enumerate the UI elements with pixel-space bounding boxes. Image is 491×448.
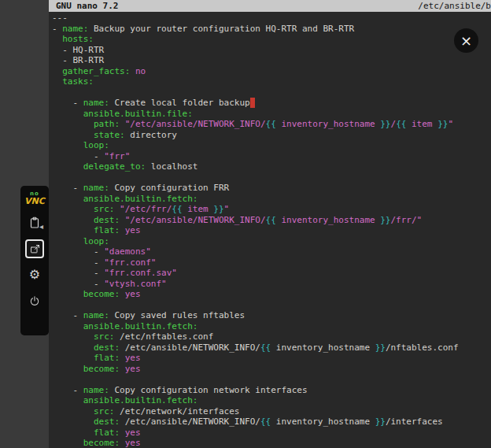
editor-line: tasks: bbox=[52, 76, 491, 87]
editor-line: - name: Backup your router configuration… bbox=[52, 24, 491, 35]
editor-line: dest: "/etc/ansible/NETWORK_INFO/{{ inve… bbox=[52, 215, 491, 226]
editor-line: delegate_to: localhost bbox=[52, 161, 491, 172]
editor-line: dest: /etc/ansible/NETWORK_INFO/{{ inven… bbox=[52, 342, 491, 354]
editor-line: become: yes bbox=[52, 364, 491, 375]
novnc-logo: no VNC bbox=[24, 191, 45, 205]
editor-line: flat: yes bbox=[52, 353, 491, 364]
editor-line: - name: Copy saved rules nftables bbox=[52, 310, 491, 321]
nano-editor[interactable]: ---- name: Backup your router configurat… bbox=[49, 12, 491, 448]
editor-line: - "frr.conf.sav" bbox=[52, 268, 491, 279]
vnc-control-bar: no VNC ⚙ bbox=[20, 186, 49, 335]
close-icon: × bbox=[460, 34, 472, 48]
editor-line: become: yes bbox=[52, 438, 491, 448]
editor-line: gather_facts: no bbox=[52, 66, 491, 77]
gear-icon: ⚙ bbox=[29, 268, 40, 281]
editor-line: - "frr.conf" bbox=[52, 257, 491, 268]
editor-line bbox=[52, 87, 491, 98]
editor-line: path: "/etc/ansible/NETWORK_INFO/{{ inve… bbox=[52, 119, 491, 130]
editor-line: dest: /etc/ansible/NETWORK_INFO/{{ inven… bbox=[52, 417, 491, 428]
novnc-logo-text: VNC bbox=[24, 197, 45, 205]
editor-line: flat: yes bbox=[52, 225, 491, 236]
vnc-side-area: no VNC ⚙ bbox=[0, 0, 49, 448]
vnc-screen: no VNC ⚙ bbox=[0, 0, 491, 448]
editor-line: ansible.builtin.file: bbox=[52, 109, 491, 120]
editor-line: loop: bbox=[52, 236, 491, 247]
file-path-label: /etc/ansible/b bbox=[418, 0, 491, 12]
editor-line: - "vtysh.conf" bbox=[52, 279, 491, 290]
editor-line: ansible.builtin.fetch: bbox=[52, 194, 491, 205]
terminal-window: GNU nano 7.2 /etc/ansible/b ---- name: B… bbox=[49, 0, 491, 448]
editor-line: state: directory bbox=[52, 130, 491, 141]
close-button[interactable]: × bbox=[454, 28, 478, 53]
editor-line: become: yes bbox=[52, 289, 491, 300]
power-button[interactable] bbox=[25, 291, 44, 310]
fullscreen-icon bbox=[29, 243, 41, 255]
settings-button[interactable]: ⚙ bbox=[25, 265, 44, 284]
editor-line: src: "/etc/frr/{{ item }}" bbox=[52, 204, 491, 215]
editor-line: - name: Copy configuration FRR bbox=[52, 183, 491, 194]
editor-line: - HQ-RTR bbox=[52, 45, 491, 56]
editor-line: - "frr" bbox=[52, 151, 491, 162]
editor-line: - name: Create local folder backup bbox=[52, 98, 491, 109]
editor-line: - BR-RTR bbox=[52, 55, 491, 66]
control-bar-handle[interactable]: ◂ bbox=[39, 223, 43, 231]
power-icon bbox=[28, 294, 41, 307]
editor-line: src: /etc/nftables.conf bbox=[52, 331, 491, 342]
editor-line: --- bbox=[52, 13, 491, 24]
editor-line: hosts: bbox=[52, 34, 491, 45]
editor-line: ansible.builtin.fetch: bbox=[52, 395, 491, 406]
editor-line bbox=[52, 300, 491, 311]
editor-line: - "daemons" bbox=[52, 246, 491, 257]
fullscreen-button[interactable] bbox=[25, 239, 44, 258]
editor-line: loop: bbox=[52, 140, 491, 151]
editor-line bbox=[52, 374, 491, 385]
editor-line: flat: yes bbox=[52, 428, 491, 439]
editor-line: - name: Copy configuration network inter… bbox=[52, 385, 491, 396]
nano-titlebar: GNU nano 7.2 /etc/ansible/b bbox=[49, 0, 491, 12]
nano-version-label: GNU nano 7.2 bbox=[56, 0, 118, 12]
collapse-arrow-icon: ◂ bbox=[39, 222, 43, 231]
editor-line: src: /etc/network/interfaces bbox=[52, 406, 491, 417]
editor-line bbox=[52, 172, 491, 183]
editor-line: ansible.builtin.fetch: bbox=[52, 321, 491, 332]
